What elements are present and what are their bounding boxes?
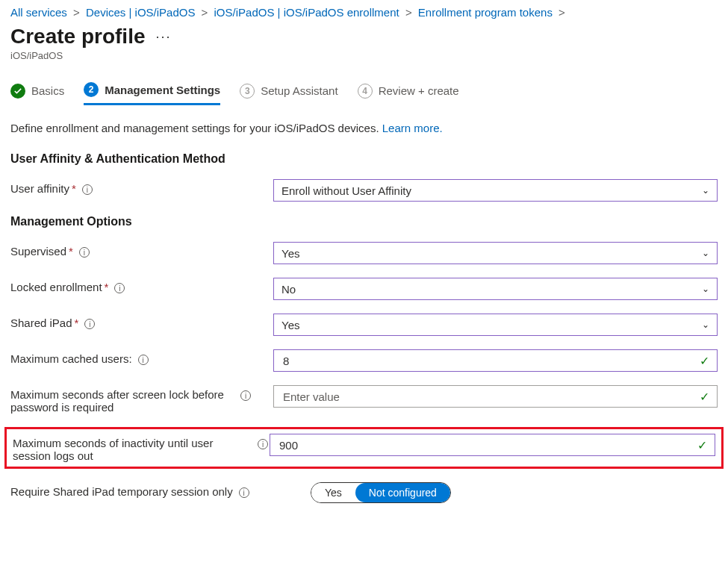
required-star-icon: *	[72, 182, 76, 195]
tab-label: Review + create	[379, 84, 459, 97]
select-value: Enroll without User Affinity	[281, 184, 411, 197]
required-star-icon: *	[105, 281, 109, 293]
breadcrumb: All services > Devices | iOS/iPadOS > iO…	[10, 6, 718, 19]
user-affinity-select[interactable]: Enroll without User Affinity ⌄	[273, 179, 718, 202]
select-value: Yes	[281, 319, 299, 331]
field-label: User affinity	[10, 182, 69, 195]
field-supervised: Supervised * i Yes ⌄	[10, 242, 718, 264]
tab-label: Basics	[31, 84, 64, 97]
field-user-affinity: User affinity * i Enroll without User Af…	[10, 179, 718, 202]
page-title: Create profile	[10, 25, 146, 49]
page-subtitle: iOS/iPadOS	[10, 50, 718, 61]
max-seconds-lock-input[interactable]	[281, 390, 700, 404]
step-number-icon: 3	[240, 84, 255, 99]
info-icon[interactable]: i	[79, 247, 90, 258]
field-max-seconds-inactivity: Maximum seconds of inactivity until user…	[4, 427, 724, 469]
more-actions-button[interactable]: ···	[156, 29, 172, 45]
field-temp-session: Require Shared iPad temporary session on…	[10, 482, 718, 503]
temp-session-not-configured[interactable]: Not configured	[355, 483, 450, 502]
field-label: Maximum seconds of inactivity until user…	[13, 437, 252, 462]
select-value: Yes	[281, 247, 299, 260]
chevron-right-icon: >	[559, 6, 565, 19]
step-number-icon: 4	[358, 84, 373, 99]
tab-basics[interactable]: Basics	[10, 84, 64, 105]
max-seconds-inactivity-input[interactable]	[278, 438, 697, 452]
chevron-down-icon: ⌄	[702, 248, 709, 258]
field-locked-enrollment: Locked enrollment * i No ⌄	[10, 278, 718, 300]
breadcrumb-link-devices[interactable]: Devices | iOS/iPadOS	[86, 6, 195, 19]
field-label: Locked enrollment	[10, 281, 102, 293]
chevron-right-icon: >	[73, 6, 80, 19]
valid-check-icon: ✓	[700, 390, 709, 404]
shared-ipad-select[interactable]: Yes ⌄	[273, 314, 718, 336]
info-icon[interactable]: i	[114, 283, 125, 293]
field-label: Supervised	[10, 245, 66, 258]
tab-setup-assistant[interactable]: 3 Setup Assistant	[240, 84, 337, 105]
tab-management-settings[interactable]: 2 Management Settings	[84, 82, 220, 105]
max-cached-users-input-wrapper: ✓	[273, 349, 718, 372]
info-icon[interactable]: i	[258, 439, 268, 449]
field-label: Maximum seconds after screen lock before…	[10, 388, 234, 414]
chevron-down-icon: ⌄	[702, 319, 709, 330]
locked-enrollment-select[interactable]: No ⌄	[273, 278, 718, 300]
field-max-cached-users: Maximum cached users: i ✓	[10, 349, 718, 372]
temp-session-toggle: Yes Not configured	[311, 482, 451, 503]
max-seconds-inactivity-input-wrapper: ✓	[270, 434, 715, 456]
tab-label: Setup Assistant	[261, 84, 337, 97]
breadcrumb-link-all-services[interactable]: All services	[10, 6, 67, 19]
max-seconds-lock-input-wrapper: ✓	[273, 385, 718, 408]
field-label: Maximum cached users:	[10, 352, 132, 365]
field-max-seconds-lock: Maximum seconds after screen lock before…	[10, 385, 718, 414]
page-header: Create profile ···	[10, 25, 718, 49]
info-icon[interactable]: i	[239, 487, 249, 498]
chevron-down-icon: ⌄	[702, 185, 709, 196]
field-shared-ipad: Shared iPad * i Yes ⌄	[10, 314, 718, 336]
info-icon[interactable]: i	[240, 390, 251, 401]
field-label: Shared iPad	[10, 317, 72, 329]
chevron-right-icon: >	[202, 6, 208, 19]
wizard-tabs: Basics 2 Management Settings 3 Setup Ass…	[10, 82, 718, 105]
section-mgmt-heading: Management Options	[10, 215, 718, 228]
description: Define enrollment and management setting…	[10, 122, 718, 134]
required-star-icon: *	[75, 317, 79, 329]
info-icon[interactable]: i	[138, 355, 149, 365]
temp-session-yes[interactable]: Yes	[311, 483, 355, 502]
section-auth-heading: User Affinity & Authentication Method	[10, 152, 718, 166]
breadcrumb-link-enrollment[interactable]: iOS/iPadOS | iOS/iPadOS enrollment	[214, 6, 399, 19]
tab-label: Management Settings	[105, 84, 220, 96]
info-icon[interactable]: i	[82, 184, 93, 195]
required-star-icon: *	[69, 245, 73, 258]
valid-check-icon: ✓	[700, 354, 709, 368]
valid-check-icon: ✓	[697, 438, 707, 452]
learn-more-link[interactable]: Learn more.	[382, 122, 443, 134]
field-label: Require Shared iPad temporary session on…	[10, 485, 233, 498]
chevron-down-icon: ⌄	[702, 284, 709, 294]
max-cached-users-input[interactable]	[281, 354, 700, 368]
description-text: Define enrollment and management setting…	[10, 122, 382, 134]
chevron-right-icon: >	[405, 6, 412, 19]
breadcrumb-link-tokens[interactable]: Enrollment program tokens	[418, 6, 553, 19]
step-number-icon: 2	[84, 82, 99, 97]
info-icon[interactable]: i	[84, 319, 95, 329]
tab-review-create[interactable]: 4 Review + create	[358, 84, 459, 105]
select-value: No	[281, 283, 296, 296]
supervised-select[interactable]: Yes ⌄	[273, 242, 718, 264]
checkmark-icon	[10, 84, 25, 99]
